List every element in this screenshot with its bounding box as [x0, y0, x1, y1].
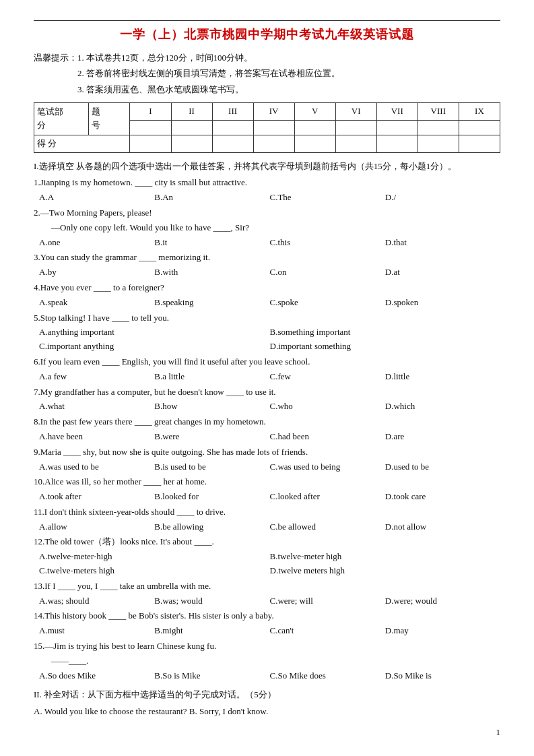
q6-text: 6.If you learn even ____ English, you wi… [34, 355, 500, 369]
score-defen-8 [418, 135, 459, 152]
q14-text: 14.This history book ____ be Bob's siste… [34, 609, 500, 623]
score-table-cell-label1: 笔试部分 [34, 102, 89, 135]
q10-opt-a: A.took after [39, 490, 154, 504]
notice-item-3: 3. 答案须用蓝色、黑色水笔或圆珠笔书写。 [51, 82, 500, 97]
q10-opt-b: B.looked for [154, 490, 269, 504]
score-defen-6 [335, 135, 376, 152]
q13-opt-c: C.were; will [270, 594, 385, 608]
q12-opt-d: D.twelve meters high [270, 564, 501, 578]
q3-text: 3.You can study the grammar ____ memoriz… [34, 251, 500, 265]
question-8: 8.In the past few years there ____ great… [34, 415, 500, 444]
q5-options: A.anything important B.something importa… [39, 325, 500, 354]
score-defen-7 [376, 135, 418, 152]
q11-opt-d: D.not allow [385, 520, 500, 534]
q7-opt-b: B.how [154, 400, 269, 414]
q15-opt-a: A.So does Mike [39, 669, 154, 683]
q2-opt-d: D.that [385, 236, 500, 250]
q4-opt-c: C.spoke [270, 296, 385, 310]
score-defen-9 [459, 135, 500, 152]
section2-title: II. 补全对话：从下面方框中选择适当的句子完成对话。（5分） [34, 688, 500, 702]
score-col-5: V [294, 102, 335, 120]
score-defen-2 [171, 135, 212, 152]
question-12: 12.The old tower（塔）looks nice. It's abou… [34, 535, 500, 577]
q12-opt-b: B.twelve-meter high [270, 550, 501, 564]
q5-opt-a: A.anything important [39, 325, 270, 340]
score-col-2: II [171, 102, 212, 120]
score-col-1: I [130, 102, 171, 120]
score-row2-9 [459, 120, 500, 135]
q5-text: 5.Stop talking! I have ____ to tell you. [34, 311, 500, 325]
q9-opt-b: B.is used to be [154, 460, 269, 474]
q3-opt-a: A.by [39, 265, 154, 280]
page-title: 一学（上）北票市桃园中学期中考试九年级英语试题 [34, 25, 500, 44]
score-row2-3 [212, 120, 253, 135]
question-13: 13.If I ____ you, I ____ take an umbrell… [34, 579, 500, 608]
question-3: 3.You can study the grammar ____ memoriz… [34, 251, 500, 280]
question-6: 6.If you learn even ____ English, you wi… [34, 355, 500, 384]
question-9: 9.Maria ____ shy, but now she is quite o… [34, 445, 500, 474]
q4-text: 4.Have you ever ____ to a foreigner? [34, 281, 500, 295]
q11-opt-b: B.be allowing [154, 520, 269, 534]
q12-opt-c: C.twelve-meters high [39, 564, 270, 578]
q10-opt-d: D.took care [385, 490, 500, 504]
score-col-6: VI [335, 102, 376, 120]
question-10: 10.Alice was ill, so her mother ____ her… [34, 475, 500, 504]
q10-opt-c: C.looked after [270, 490, 385, 504]
q8-opt-a: A.have been [39, 430, 154, 444]
q7-opt-a: A.what [39, 400, 154, 414]
q14-opt-d: D.may [385, 624, 500, 638]
score-row2-8 [418, 120, 459, 135]
q15-text2: ——____. [51, 654, 500, 668]
score-col-4: IV [253, 102, 294, 120]
q12-text: 12.The old tower（塔）looks nice. It's abou… [34, 535, 500, 549]
q2-text: 2.—Two Morning Papers, please! [34, 206, 500, 220]
question-1: 1.Jianping is my hometown. ____ city is … [34, 176, 500, 205]
q1-opt-a: A.A [39, 191, 154, 205]
q4-opt-b: B.speaking [154, 296, 269, 310]
page-number: 1 [34, 726, 500, 740]
q11-text: 11.I don't think sixteen-year-olds shoul… [34, 505, 500, 519]
q6-options: A.a few B.a little C.few D.little [39, 370, 500, 384]
score-table: 笔试部分 题号 I II III IV V VI VII VIII IX 得 分 [34, 102, 500, 153]
q13-opt-a: A.was; should [39, 594, 154, 608]
q7-text: 7.My grandfather has a computer, but he … [34, 385, 500, 400]
q13-text: 13.If I ____ you, I ____ take an umbrell… [34, 579, 500, 594]
q8-opt-c: C.had been [270, 430, 385, 444]
notice-block: 温馨提示：1. 本试卷共12页，总分120分，时间100分钟。 2. 答卷前将密… [34, 50, 500, 97]
q3-opt-b: B.with [154, 265, 269, 280]
q3-opt-c: C.on [270, 265, 385, 280]
score-row2-6 [335, 120, 376, 135]
score-defen-1 [130, 135, 171, 152]
q6-opt-b: B.a little [154, 370, 269, 384]
q2-opt-b: B.it [154, 236, 269, 250]
q10-text: 10.Alice was ill, so her mother ____ her… [34, 475, 500, 489]
q6-opt-a: A.a few [39, 370, 154, 384]
question-7: 7.My grandfather has a computer, but he … [34, 385, 500, 414]
q7-options: A.what B.how C.who D.which [39, 400, 500, 414]
question-2: 2.—Two Morning Papers, please! —Only one… [34, 206, 500, 249]
q13-opt-b: B.was; would [154, 594, 269, 608]
q15-text: 15.—Jim is trying his best to learn Chin… [34, 639, 500, 654]
q14-opt-c: C.can't [270, 624, 385, 638]
score-col-7: VII [376, 102, 418, 120]
q13-opt-d: D.were; would [385, 594, 500, 608]
q9-text: 9.Maria ____ shy, but now she is quite o… [34, 445, 500, 460]
score-table-defen: 得 分 [34, 135, 130, 152]
q5-opt-d: D.important something [270, 340, 501, 354]
q7-opt-c: C.who [270, 400, 385, 414]
q12-options: A.twelve-meter-high B.twelve-meter high … [39, 550, 500, 578]
q5-opt-c: C.important anything [39, 340, 270, 354]
top-line [34, 20, 500, 21]
section1-title: I.选择填空 从各题的四个选项中选出一个最佳答案，并将其代表字母填到题前括号内（… [34, 160, 500, 174]
score-defen-3 [212, 135, 253, 152]
q8-opt-b: B.were [154, 430, 269, 444]
q2-opt-a: A.one [39, 236, 154, 250]
q6-opt-d: D.little [385, 370, 500, 384]
question-15: 15.—Jim is trying his best to learn Chin… [34, 639, 500, 683]
score-defen-4 [253, 135, 294, 152]
score-col-9: IX [459, 102, 500, 120]
q11-options: A.allow B.be allowing C.be allowed D.not… [39, 520, 500, 534]
q2-text2: —Only one copy left. Would you like to h… [51, 221, 500, 235]
q9-opt-c: C.was used to being [270, 460, 385, 474]
score-table-cell-label2: 题号 [89, 102, 130, 135]
